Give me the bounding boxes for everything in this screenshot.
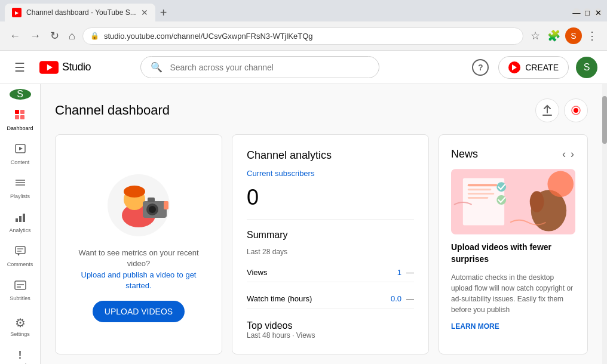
news-header: News ‹ › (451, 147, 575, 162)
svg-point-43 (530, 191, 544, 212)
svg-rect-13 (19, 216, 22, 222)
active-tab[interactable]: Channel dashboard - YouTube S... ✕ (5, 4, 155, 21)
scrollbar[interactable] (602, 84, 607, 364)
sidebar-item-playlists[interactable]: Playlists (2, 172, 38, 204)
help-icon: ? (472, 59, 489, 76)
home-button[interactable]: ⌂ (66, 27, 78, 45)
back-button[interactable]: ← (7, 27, 23, 45)
views-dash: — (406, 268, 414, 277)
menu-button[interactable]: ⋮ (584, 27, 600, 45)
extensions-button[interactable]: 🧩 (545, 27, 563, 45)
studio-label: Studio (62, 61, 91, 73)
search-icon: 🔍 (151, 61, 163, 73)
forward-button[interactable]: → (27, 27, 43, 45)
search-input[interactable] (170, 63, 369, 72)
main-layout: S Dashboard Content Playlists Analytics (0, 84, 607, 364)
profile-button[interactable]: S (565, 27, 582, 44)
upload-videos-button[interactable]: UPLOAD VIDEOS (93, 301, 185, 322)
svg-rect-3 (15, 110, 19, 114)
bookmark-button[interactable]: ☆ (528, 27, 542, 45)
minimize-button[interactable]: — (572, 8, 581, 17)
analytics-title: Channel analytics (247, 149, 414, 162)
close-button[interactable]: ✕ (594, 8, 602, 17)
url-text: studio.youtube.com/channel/UCsvGxwpnFRsN… (104, 32, 313, 41)
dashboard-icon (14, 109, 26, 124)
news-prev-button[interactable]: ‹ (561, 147, 567, 162)
new-tab-button[interactable]: + (158, 4, 170, 22)
content-area: Channel dashboard (41, 84, 602, 364)
header-actions: ? CREATE S (470, 56, 597, 79)
current-subscribers-label[interactable]: Current subscribers (247, 169, 414, 178)
top-videos-section: Top videos Last 48 hours · Views (247, 320, 414, 340)
security-icon: 🔒 (90, 32, 99, 40)
url-bar[interactable]: 🔒 studio.youtube.com/channel/UCsvGxwpnFR… (82, 27, 523, 45)
youtube-icon (39, 61, 59, 74)
live-icon-button[interactable] (564, 98, 588, 122)
subscribers-count: 0 (247, 185, 414, 210)
sidebar-item-dashboard-label: Dashboard (7, 125, 33, 131)
create-button[interactable]: CREATE (498, 56, 569, 79)
analytics-card: Channel analytics Current subscribers 0 … (232, 134, 429, 354)
comments-icon (14, 245, 26, 260)
content-header: Channel dashboard (55, 98, 588, 122)
sidebar-item-feedback[interactable]: ! Send feedback (2, 344, 38, 364)
refresh-button[interactable]: ↻ (48, 27, 62, 45)
svg-rect-37 (468, 189, 492, 190)
upload-prompt-text: Want to see metrics on your recent video… (70, 248, 207, 291)
upload-icon-button[interactable] (535, 98, 559, 122)
sidebar-item-dashboard[interactable]: Dashboard (2, 104, 38, 136)
playlists-icon (14, 177, 26, 192)
watch-time-label: Watch time (hours) (247, 294, 312, 303)
feedback-icon: ! (19, 349, 22, 362)
sidebar-item-settings[interactable]: ⚙ Settings (2, 311, 38, 342)
sidebar-item-analytics[interactable]: Analytics (2, 206, 38, 238)
upload-text-link[interactable]: Upload and publish a video to get starte… (81, 270, 197, 290)
scroll-thumb[interactable] (602, 96, 607, 144)
news-title: News (451, 148, 478, 161)
summary-period: Last 28 days (247, 248, 414, 256)
page-title: Channel dashboard (55, 103, 170, 118)
views-value: 1 — (397, 268, 414, 277)
user-avatar[interactable]: S (576, 57, 597, 78)
upload-text-line2: Upload and publish a video to get starte… (81, 270, 197, 290)
views-row: Views 1 — (247, 263, 414, 282)
upload-illustration (94, 166, 183, 238)
learn-more-link[interactable]: LEARN MORE (451, 322, 575, 331)
logo[interactable]: Studio (39, 61, 91, 74)
svg-point-23 (574, 108, 578, 113)
views-label: Views (247, 268, 267, 277)
sidebar-item-comments[interactable]: Comments (2, 240, 38, 272)
sidebar-item-comments-label: Comments (7, 261, 33, 267)
news-navigation: ‹ › (561, 147, 575, 162)
svg-marker-2 (512, 64, 517, 70)
sidebar-item-playlists-label: Playlists (10, 193, 30, 199)
news-card: News ‹ › (439, 134, 588, 354)
watch-time-dash: — (406, 294, 414, 303)
svg-rect-4 (20, 110, 24, 114)
tab-title: Channel dashboard - YouTube S... (26, 8, 136, 17)
svg-point-28 (124, 186, 145, 198)
svg-rect-15 (16, 246, 25, 254)
sidebar: S Dashboard Content Playlists Analytics (0, 84, 41, 364)
news-next-button[interactable]: › (569, 147, 575, 162)
sidebar-item-subtitles-label: Subtitles (10, 295, 30, 301)
sidebar-avatar[interactable]: S (10, 89, 31, 100)
create-video-icon (508, 61, 520, 73)
sidebar-item-analytics-label: Analytics (9, 227, 30, 233)
svg-rect-36 (468, 184, 498, 186)
tab-bar: Channel dashboard - YouTube S... ✕ + — □… (0, 0, 607, 21)
sidebar-item-content[interactable]: Content (2, 138, 38, 170)
svg-rect-33 (164, 201, 168, 209)
analytics-icon (14, 211, 26, 226)
hamburger-menu-button[interactable]: ☰ (10, 55, 30, 79)
tab-close-button[interactable]: ✕ (141, 8, 148, 17)
svg-point-31 (149, 206, 156, 213)
svg-marker-8 (19, 147, 23, 150)
tab-favicon (12, 8, 22, 17)
help-button[interactable]: ? (470, 57, 491, 78)
maximize-button[interactable]: □ (583, 8, 591, 17)
browser-chrome: Channel dashboard - YouTube S... ✕ + — □… (0, 0, 607, 51)
svg-rect-38 (468, 193, 495, 195)
sidebar-item-subtitles[interactable]: Subtitles (2, 274, 38, 306)
svg-rect-32 (148, 198, 155, 202)
